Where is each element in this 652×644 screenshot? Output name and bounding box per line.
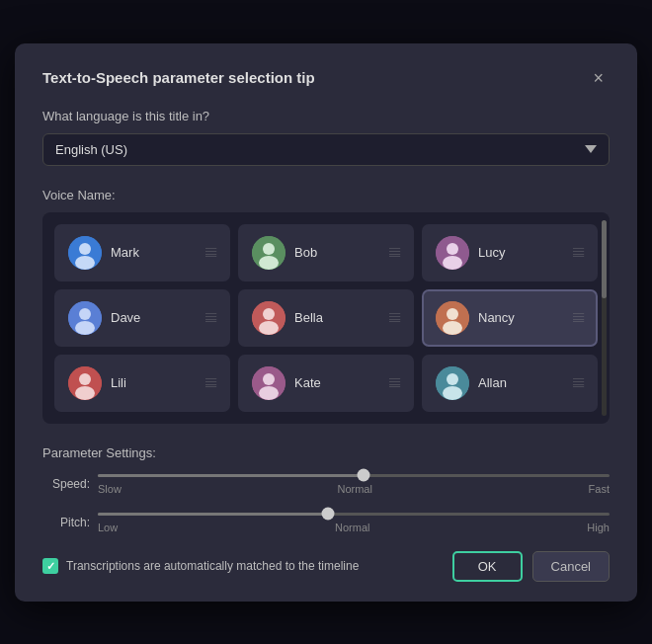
voice-card-dave[interactable]: Dave 𝄙 <box>54 289 230 347</box>
pitch-low-mark: Low <box>98 522 118 533</box>
speed-label: Speed: <box>52 477 90 491</box>
svg-point-2 <box>75 256 95 270</box>
wave-icon-kate[interactable]: 𝄙 <box>389 374 400 391</box>
language-select[interactable]: English (US) English (UK) French German … <box>42 133 610 166</box>
voice-grid: Mark 𝄙 Bob 𝄙 Lucy 𝄙 <box>54 224 598 412</box>
param-settings-section: Parameter Settings: Speed: Slow Normal F… <box>42 445 610 533</box>
voice-avatar-nancy <box>436 301 469 335</box>
checkmark-icon: ✓ <box>46 560 55 573</box>
voice-card-allan[interactable]: Allan 𝄙 <box>422 355 598 412</box>
tts-dialog: Text-to-Speech parameter selection tip ×… <box>15 43 637 602</box>
voice-name-dave: Dave <box>111 310 197 325</box>
svg-point-14 <box>259 321 279 335</box>
wave-icon-lili[interactable]: 𝄙 <box>205 374 216 391</box>
dialog-header: Text-to-Speech parameter selection tip × <box>42 67 610 89</box>
voice-card-nancy[interactable]: Nancy 𝄙 <box>422 289 598 347</box>
voice-section-label: Voice Name: <box>42 188 610 202</box>
button-group: OK Cancel <box>452 551 610 582</box>
voice-name-section: Voice Name: Mark 𝄙 Bob 𝄙 <box>42 188 610 424</box>
voice-name-kate: Kate <box>294 375 380 390</box>
voice-card-lucy[interactable]: Lucy 𝄙 <box>422 224 598 282</box>
svg-point-1 <box>79 243 91 255</box>
wave-icon-allan[interactable]: 𝄙 <box>573 374 584 391</box>
svg-point-25 <box>447 373 458 385</box>
pitch-fill <box>98 513 328 516</box>
voice-name-mark: Mark <box>111 245 197 260</box>
cancel-button[interactable]: Cancel <box>532 551 610 582</box>
wave-icon-mark[interactable]: 𝄙 <box>205 244 216 261</box>
pitch-high-mark: High <box>587 522 610 533</box>
auto-match-checkbox[interactable]: ✓ <box>42 558 58 574</box>
svg-point-19 <box>79 373 91 385</box>
voice-avatar-lili <box>68 366 102 400</box>
voice-card-lili[interactable]: Lili 𝄙 <box>54 355 230 412</box>
close-button[interactable]: × <box>587 67 610 89</box>
svg-point-26 <box>443 386 462 400</box>
language-question: What language is this title in? <box>42 109 610 123</box>
voice-name-bella: Bella <box>294 310 380 325</box>
svg-point-17 <box>443 321 462 335</box>
svg-point-11 <box>75 321 95 335</box>
voice-name-nancy: Nancy <box>478 310 564 325</box>
svg-point-16 <box>447 308 458 320</box>
voice-name-lucy: Lucy <box>478 245 564 260</box>
voice-avatar-lucy <box>436 236 469 270</box>
speed-fill <box>98 474 364 477</box>
wave-icon-nancy[interactable]: 𝄙 <box>573 309 584 326</box>
wave-icon-bob[interactable]: 𝄙 <box>389 244 400 261</box>
speed-mid-mark: Normal <box>337 483 371 495</box>
wave-icon-bella[interactable]: 𝄙 <box>389 309 400 326</box>
voice-avatar-kate <box>252 366 285 400</box>
scrollbar-track <box>602 220 607 416</box>
voice-card-bella[interactable]: Bella 𝄙 <box>238 289 414 347</box>
speed-low-mark: Slow <box>98 483 122 495</box>
pitch-track <box>98 513 610 516</box>
checkbox-label: Transcriptions are automatically matched… <box>66 559 359 573</box>
svg-point-8 <box>443 256 462 270</box>
svg-point-5 <box>259 256 279 270</box>
wave-icon-dave[interactable]: 𝄙 <box>205 309 216 326</box>
voice-avatar-bob <box>252 236 285 270</box>
pitch-mid-mark: Normal <box>335 522 369 533</box>
voice-avatar-allan <box>436 366 469 400</box>
svg-point-10 <box>79 308 91 320</box>
svg-point-22 <box>263 373 275 385</box>
wave-icon-lucy[interactable]: 𝄙 <box>573 244 584 261</box>
scrollbar-thumb[interactable] <box>602 220 607 298</box>
speed-thumb[interactable] <box>358 469 370 482</box>
svg-point-13 <box>263 308 275 320</box>
voice-name-bob: Bob <box>294 245 380 260</box>
svg-point-7 <box>447 243 458 255</box>
checkbox-wrap: ✓ Transcriptions are automatically match… <box>42 558 359 574</box>
dialog-title: Text-to-Speech parameter selection tip <box>42 69 315 86</box>
language-section: What language is this title in? English … <box>42 109 610 166</box>
voice-card-kate[interactable]: Kate 𝄙 <box>238 355 414 412</box>
voice-grid-container: Mark 𝄙 Bob 𝄙 Lucy 𝄙 <box>42 212 610 424</box>
speed-track <box>98 474 610 477</box>
ok-button[interactable]: OK <box>452 551 523 582</box>
voice-card-bob[interactable]: Bob 𝄙 <box>238 224 414 282</box>
pitch-label: Pitch: <box>60 516 90 529</box>
voice-card-mark[interactable]: Mark 𝄙 <box>54 224 230 282</box>
param-settings-label: Parameter Settings: <box>42 445 610 460</box>
footer-row: ✓ Transcriptions are automatically match… <box>42 551 610 582</box>
svg-point-4 <box>263 243 275 255</box>
voice-avatar-bella <box>252 301 285 335</box>
voice-name-allan: Allan <box>478 375 564 390</box>
svg-point-20 <box>75 386 95 400</box>
pitch-thumb[interactable] <box>322 508 335 521</box>
voice-avatar-dave <box>68 301 102 335</box>
voice-avatar-mark <box>68 236 102 270</box>
speed-high-mark: Fast <box>589 483 610 495</box>
svg-point-23 <box>259 386 279 400</box>
voice-name-lili: Lili <box>111 375 197 390</box>
